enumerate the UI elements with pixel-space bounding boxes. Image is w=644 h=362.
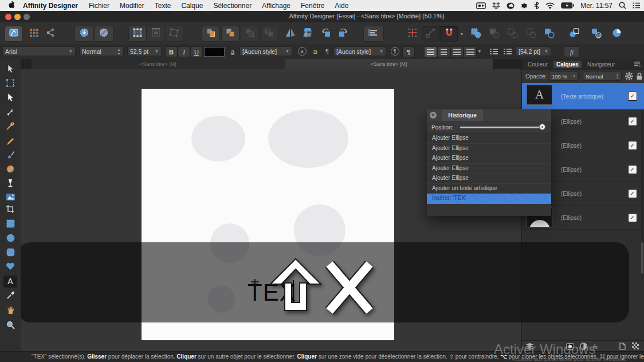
bold-button[interactable]: B xyxy=(165,46,178,57)
grid-snap-button[interactable] xyxy=(403,26,422,42)
zoom-window-button[interactable] xyxy=(23,14,30,20)
align-center-button[interactable] xyxy=(437,46,450,57)
layer-row[interactable]: A(Texte artistique)✓ xyxy=(522,83,644,109)
pen-tool[interactable] xyxy=(2,107,19,119)
move-backward-button[interactable] xyxy=(241,26,259,42)
leading-select[interactable]: [54,2 pt]▼ xyxy=(516,46,551,56)
battery-icon[interactable] xyxy=(561,2,574,9)
heart-shape-tool[interactable] xyxy=(2,261,19,274)
distort-frame-button[interactable] xyxy=(165,26,183,42)
underline-button[interactable]: U xyxy=(190,46,203,57)
move-to-front-button[interactable] xyxy=(202,26,220,42)
colour-picker-tool[interactable] xyxy=(2,290,19,302)
boolean-combine-button[interactable] xyxy=(540,26,558,42)
alignment-dropdown[interactable]: ▼ xyxy=(476,46,483,56)
reset-paragraph-format-button[interactable]: ¶ xyxy=(390,46,400,56)
view-tool[interactable] xyxy=(2,305,19,317)
rectangle-tool[interactable] xyxy=(2,218,19,231)
text-colour-well[interactable] xyxy=(204,47,225,57)
pattern-layer-icon[interactable] xyxy=(632,343,639,350)
menubar-app-name[interactable]: Affinity Designer xyxy=(23,2,78,10)
notification-center-icon[interactable] xyxy=(633,2,641,9)
layer-effects-icon[interactable]: fx xyxy=(593,343,598,350)
zoom-tool[interactable] xyxy=(2,320,19,332)
history-item[interactable]: Ajouter un texte artistique xyxy=(427,184,551,194)
screen-mirroring-icon[interactable] xyxy=(476,2,486,9)
paragraph-style-select[interactable]: [Aucun style]▼ xyxy=(333,46,386,56)
menubar-item[interactable]: Fichier xyxy=(89,2,109,10)
ellipse-object[interactable] xyxy=(268,109,348,168)
align-right-button[interactable] xyxy=(450,46,464,57)
artboard-view-button[interactable] xyxy=(5,26,23,42)
history-item[interactable]: Ajouter Ellipse xyxy=(427,133,551,144)
menubar-item[interactable]: Modifier xyxy=(120,2,144,10)
dropbox-icon[interactable] xyxy=(492,2,500,9)
history-position-slider[interactable] xyxy=(460,127,542,128)
apple-menu-icon[interactable] xyxy=(8,1,15,10)
tab-couleur[interactable]: Couleur xyxy=(528,61,548,68)
document-tab-1[interactable]: <Sans titre> [M] xyxy=(32,59,285,69)
layer-visibility-checkbox[interactable]: ✓ xyxy=(628,92,637,101)
numbered-list-button[interactable] xyxy=(501,46,515,57)
rounded-rectangle-tool[interactable] xyxy=(2,247,19,259)
menubar-item[interactable]: Sélectionner xyxy=(213,2,252,10)
insert-target-selection-button[interactable] xyxy=(607,26,626,42)
align-frame-button[interactable] xyxy=(147,26,165,42)
history-item[interactable]: Ajouter Ellipse xyxy=(427,164,551,174)
layer-visibility-checkbox[interactable]: ✓ xyxy=(628,189,637,198)
node-snap-button[interactable] xyxy=(422,26,440,42)
minimize-window-button[interactable] xyxy=(14,14,21,20)
wifi-icon[interactable] xyxy=(545,2,555,9)
close-window-button[interactable] xyxy=(5,14,11,20)
insert-behind-button[interactable] xyxy=(94,26,113,42)
share-button[interactable] xyxy=(42,26,58,42)
snapping-magnet-button[interactable] xyxy=(440,26,458,42)
ellipse-tool[interactable] xyxy=(2,233,19,245)
spotlight-icon[interactable] xyxy=(619,2,626,9)
menubar-item[interactable]: Affichage xyxy=(262,2,290,10)
menubar-item[interactable]: Texte xyxy=(155,2,171,10)
mask-layer-icon[interactable] xyxy=(566,343,574,350)
layer-visibility-checkbox[interactable]: ✓ xyxy=(628,213,637,222)
history-slider-knob[interactable] xyxy=(539,124,545,130)
creative-cloud-icon[interactable] xyxy=(506,2,515,9)
italic-button[interactable]: I xyxy=(178,46,190,57)
history-item[interactable]: Ajouter Ellipse xyxy=(427,154,551,164)
bullet-list-button[interactable] xyxy=(487,46,501,57)
move-forward-button[interactable] xyxy=(221,26,239,42)
flip-vertical-button[interactable] xyxy=(299,26,316,42)
move-to-back-button[interactable] xyxy=(260,26,278,42)
transparency-tool[interactable] xyxy=(2,178,19,191)
justify-button[interactable] xyxy=(464,46,477,57)
ellipse-object[interactable] xyxy=(191,116,245,162)
pencil-tool[interactable] xyxy=(2,135,19,148)
transform-mode-button[interactable] xyxy=(128,26,147,42)
history-tab[interactable]: Historique xyxy=(442,109,483,121)
panel-scrollbar[interactable] xyxy=(641,111,643,277)
font-size-select[interactable]: 52,5 pt▼ xyxy=(127,46,162,56)
add-layer-icon[interactable] xyxy=(619,343,626,350)
character-style-select[interactable]: [Aucun style]▼ xyxy=(239,46,292,56)
reset-character-format-button[interactable]: a xyxy=(297,46,307,56)
rotate-cw-button[interactable] xyxy=(335,26,352,42)
swatches-button[interactable] xyxy=(26,26,42,42)
point-transform-tool[interactable] xyxy=(2,121,19,133)
move-tool[interactable] xyxy=(2,64,19,76)
snapping-options-dropdown[interactable]: ▾ xyxy=(457,26,466,42)
tab-navigateur[interactable]: Navigateur xyxy=(587,61,615,68)
menubar-item[interactable]: Fenêtre xyxy=(301,2,324,10)
boolean-intersect-button[interactable] xyxy=(503,26,521,42)
alignment-button[interactable] xyxy=(363,26,384,42)
layer-visibility-checkbox[interactable]: ✓ xyxy=(628,141,637,150)
boolean-add-button[interactable] xyxy=(466,26,485,42)
blend-mode-select[interactable]: Normal▲▼ xyxy=(583,72,622,81)
expand-layers-icon[interactable] xyxy=(525,343,534,350)
layer-visibility-checkbox[interactable]: ✓ xyxy=(628,165,637,174)
menubar-item[interactable]: Calque xyxy=(181,2,203,10)
layer-visibility-checkbox[interactable]: ✓ xyxy=(628,117,637,126)
insert-target-top-button[interactable] xyxy=(587,26,605,42)
align-left-button[interactable] xyxy=(424,46,437,57)
gear-icon[interactable] xyxy=(625,72,633,81)
history-item[interactable]: Ajouter Ellipse xyxy=(427,174,551,184)
artistic-text-tool[interactable]: A xyxy=(2,275,19,288)
